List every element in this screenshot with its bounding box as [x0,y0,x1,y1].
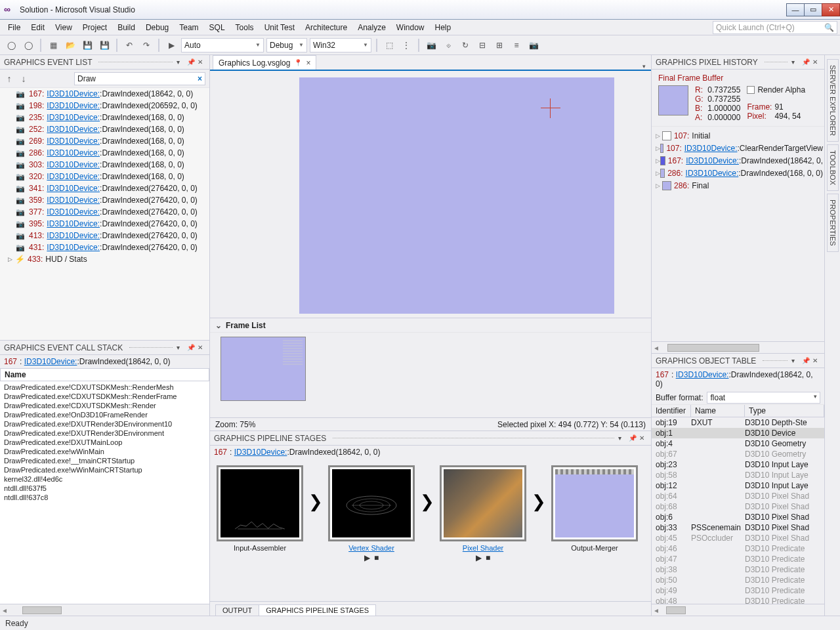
pin-icon[interactable]: 📌 [802,58,810,66]
sidetab-toolbox[interactable]: TOOLBOX [827,144,839,191]
nav-back-button[interactable]: ◯ [4,38,18,52]
event-row[interactable]: 📷431: ID3D10Device::DrawIndexed(276420, … [0,242,209,253]
event-row[interactable]: 📷377: ID3D10Device::DrawIndexed(276420, … [0,206,209,218]
close-icon[interactable]: ✕ [812,58,820,66]
object-row[interactable]: obj:1D3D10 Device [652,428,824,438]
pin-icon[interactable]: 📍 [294,59,302,66]
callstack-row[interactable]: DrawPredicated.exe!wWinMain [4,447,205,456]
capture-icon[interactable]: 📷 [424,38,438,52]
dropdown-icon[interactable]: ▾ [791,357,799,365]
tool-icon[interactable]: ⬚ [382,38,396,52]
event-row[interactable]: 📷320: ID3D10Device::DrawIndexed(168, 0, … [0,171,209,182]
tool-icon[interactable]: ⟐ [441,38,455,52]
stop-icon[interactable]: ■ [486,553,490,562]
pixel-history-row[interactable]: ▷286: Final [653,179,823,192]
object-table-body[interactable]: obj:19DXUTD3D10 Depth-Steobj:1D3D10 Devi… [652,417,824,604]
event-row[interactable]: 📷269: ID3D10Device::DrawIndexed(168, 0, … [0,135,209,147]
object-row[interactable]: obj:45PSOccluderD3D10 Pixel Shad [652,533,824,543]
config-auto-combo[interactable]: Auto▼ [181,38,264,52]
object-row[interactable]: obj:38D3D10 Predicate [652,564,824,575]
pixel-history-row[interactable]: ▷107: ID3D10Device::ClearRenderTargetVie… [653,142,823,154]
tool-icon[interactable]: 📷 [526,38,541,52]
tab-graphics-log[interactable]: Graphics Log.vsglog 📍 × [213,55,316,70]
close-icon[interactable]: ✕ [198,344,205,352]
redo-button[interactable]: ↷ [139,38,154,52]
menu-sql[interactable]: SQL [204,21,230,34]
stage-input-assembler[interactable]: Input-Assembler [217,465,303,552]
frame-thumbnail[interactable] [220,337,306,401]
menu-arch[interactable]: Architecture [300,21,352,34]
close-icon[interactable]: ✕ [812,357,820,365]
callstack-row[interactable]: ntdll.dll!637c8 [4,493,205,502]
menu-file[interactable]: File [3,21,26,34]
tab-pipeline-stages[interactable]: GRAPHICS PIPELINE STAGES [259,604,376,616]
new-project-button[interactable]: ▦ [46,38,60,52]
callstack-row[interactable]: DrawPredicated.exe!CDXUTSDKMesh::RenderF… [4,392,205,401]
close-icon[interactable]: ✕ [198,58,205,66]
tool-icon[interactable]: ⊞ [492,38,507,52]
object-row[interactable]: obj:19DXUTD3D10 Depth-Ste [652,417,824,428]
menu-analyze[interactable]: Analyze [352,21,391,34]
object-row[interactable]: obj:46D3D10 Predicate [652,543,824,554]
platform-combo[interactable]: Win32▼ [310,38,371,52]
stage-pixel-shader[interactable]: Pixel Shader ▶■ [440,465,526,562]
callstack-body[interactable]: DrawPredicated.exe!CDXUTSDKMesh::RenderM… [0,381,209,604]
config-mode-combo[interactable]: Debug▼ [266,38,307,52]
callstack-row[interactable]: DrawPredicated.exe!CDXUTSDKMesh::Render [4,401,205,410]
stage-label[interactable]: Pixel Shader [440,544,526,552]
menu-view[interactable]: View [50,21,77,34]
history-icon[interactable]: ↻ [458,38,472,52]
menu-window[interactable]: Window [391,21,430,34]
sidetab-properties[interactable]: PROPERTIES [827,194,839,252]
stage-label[interactable]: Vertex Shader [328,544,415,552]
menu-build[interactable]: Build [112,21,140,34]
h-scrollbar[interactable]: ◂ [0,604,209,616]
open-button[interactable]: 📂 [63,38,77,52]
object-row[interactable]: obj:67D3D10 Geometry [652,449,824,459]
callstack-row[interactable]: DrawPredicated.exe!DXUTRender3DEnvironme… [4,429,205,438]
event-search-input[interactable]: Draw × [74,72,205,85]
object-row[interactable]: obj:49D3D10 Predicate [652,585,824,596]
maximize-button[interactable]: ▭ [804,3,822,16]
event-row[interactable]: 📷198: ID3D10Device::DrawIndexed(206592, … [0,100,209,112]
event-row[interactable]: 📷395: ID3D10Device::DrawIndexed(276420, … [0,218,209,230]
down-arrow-button[interactable]: ↓ [18,74,29,84]
object-row[interactable]: obj:58D3D10 Input Laye [652,470,824,480]
menu-tools[interactable]: Tools [230,21,259,34]
pixel-history-row[interactable]: ▷107: Initial [653,129,823,142]
object-row[interactable]: obj:4D3D10 Geometry [652,438,824,449]
object-row[interactable]: obj:12D3D10 Input Laye [652,480,824,491]
event-row[interactable]: 📷359: ID3D10Device::DrawIndexed(276420, … [0,194,209,206]
object-row[interactable]: obj:48D3D10 Predicate [652,596,824,604]
object-row[interactable]: obj:6D3D10 Pixel Shad [652,512,824,522]
menu-project[interactable]: Project [77,21,112,34]
callstack-row[interactable]: ntdll.dll!637f5 [4,484,205,493]
close-icon[interactable]: ✕ [639,434,647,442]
menu-edit[interactable]: Edit [26,21,50,34]
object-row[interactable]: obj:64D3D10 Pixel Shad [652,491,824,501]
close-button[interactable]: ✕ [822,3,840,16]
tool-icon[interactable]: ⋮ [399,38,413,52]
pixel-history-body[interactable]: ▷107: Initial▷107: ID3D10Device::ClearRe… [652,127,824,341]
sidetab-server-explorer[interactable]: SERVER EXPLORER [827,59,839,142]
h-scrollbar[interactable]: ◂ [652,604,824,616]
buffer-format-select[interactable]: float▾ [707,392,820,404]
tool-icon[interactable]: ≡ [509,38,524,52]
event-row[interactable]: 📷235: ID3D10Device::DrawIndexed(168, 0, … [0,112,209,123]
quick-launch[interactable]: Quick Launch (Ctrl+Q) 🔍 [713,21,837,34]
save-all-button[interactable]: 💾 [97,38,112,52]
pixel-history-row[interactable]: ▷286: ID3D10Device::DrawIndexed(168, 0, … [653,167,823,179]
clear-icon[interactable]: × [198,74,202,83]
start-debug-button[interactable]: ▶ [164,38,178,52]
event-list-body[interactable]: 📷167: ID3D10Device::DrawIndexed(18642, 0… [0,88,209,340]
object-row[interactable]: obj:33PSScenemainD3D10 Pixel Shad [652,522,824,533]
callstack-row[interactable]: kernel32.dll!4ed6c [4,474,205,484]
object-row[interactable]: obj:50D3D10 Predicate [652,575,824,585]
pin-icon[interactable]: 📌 [802,357,810,365]
frame-list-header[interactable]: ⌄ Frame List [210,318,651,332]
stop-icon[interactable]: ■ [374,553,379,562]
tool-icon[interactable]: ⊟ [475,38,490,52]
pin-icon[interactable]: 📌 [187,344,195,352]
event-row[interactable]: 📷286: ID3D10Device::DrawIndexed(168, 0, … [0,147,209,159]
close-icon[interactable]: × [306,58,310,68]
